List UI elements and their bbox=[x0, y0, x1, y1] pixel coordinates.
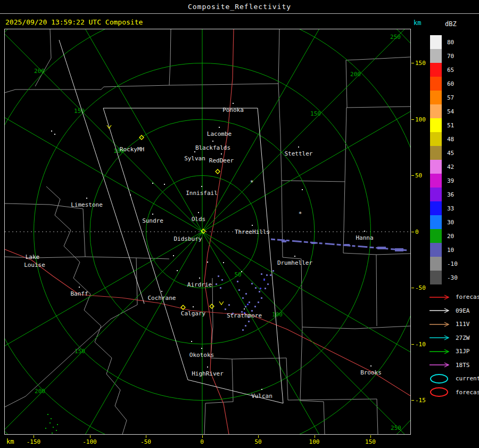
county-boundary-line bbox=[300, 327, 325, 434]
echo-blob bbox=[311, 242, 316, 244]
city-label: Banff bbox=[70, 290, 88, 297]
radar-canvas[interactable]: 10015020015020025050100250150200**Ponoka… bbox=[5, 29, 410, 434]
county-boundary-line bbox=[278, 84, 410, 182]
city-label: Innisfail bbox=[186, 190, 218, 197]
colorbar-value: 39 bbox=[447, 177, 454, 184]
legend-item: 27ZW bbox=[429, 331, 479, 345]
range-ring-label: 200 bbox=[34, 68, 45, 75]
echo-pixel bbox=[225, 308, 226, 310]
echo-pixel bbox=[261, 297, 262, 299]
axis-label: -100 bbox=[82, 438, 97, 445]
city-marker bbox=[207, 366, 208, 368]
legend-item: 31JP bbox=[429, 345, 479, 359]
echo-pixel bbox=[218, 275, 219, 277]
echo-pixel bbox=[45, 428, 46, 429]
city-label: Cochrane bbox=[148, 295, 176, 302]
colorbar-level-row: 36 bbox=[430, 188, 458, 201]
colorbar-level-row: 39 bbox=[430, 174, 458, 188]
echo-pixel bbox=[228, 304, 230, 306]
legend-item: 09EA bbox=[429, 304, 479, 318]
legend-label: forecast bbox=[456, 294, 479, 300]
legend: forecast09EA111V27ZW31JP18TScurrentforec… bbox=[429, 290, 479, 399]
track-arrow-icon bbox=[429, 321, 451, 328]
colorbar-level-row: -10 bbox=[430, 257, 458, 271]
colorbar-value: 54 bbox=[447, 108, 454, 115]
city-marker bbox=[212, 141, 213, 142]
echo-pixel bbox=[261, 273, 262, 275]
colorbar-swatch bbox=[430, 188, 442, 201]
range-ring-label: 100 bbox=[272, 311, 283, 318]
axis-tick bbox=[411, 344, 414, 345]
axis-tick bbox=[411, 63, 414, 63]
echo-pixel bbox=[245, 306, 246, 307]
axis-label: 0 bbox=[415, 228, 419, 235]
colorbar-swatch bbox=[430, 104, 442, 118]
city-marker bbox=[261, 389, 262, 390]
city-marker bbox=[201, 186, 202, 187]
city-marker bbox=[364, 231, 365, 232]
axis-tick bbox=[90, 435, 90, 438]
colorbar-swatch bbox=[430, 229, 442, 243]
point-marker bbox=[241, 271, 242, 272]
city-label: Okotoks bbox=[189, 352, 214, 359]
city-label: Brooks bbox=[360, 369, 382, 376]
colorbar-level-row: 65 bbox=[430, 63, 458, 77]
legend-item: 18TS bbox=[429, 359, 479, 372]
axis-tick bbox=[411, 119, 414, 120]
echo-pixel bbox=[266, 274, 268, 276]
city-label: Sundre bbox=[142, 217, 163, 224]
colorbar-swatch bbox=[430, 201, 442, 215]
echo-pixel bbox=[242, 297, 244, 299]
echo-pixel bbox=[260, 288, 261, 289]
echo-pixel bbox=[245, 325, 246, 327]
colorbar-swatch bbox=[430, 160, 442, 174]
track-arrow-icon bbox=[429, 335, 451, 341]
range-ring-label: 50 bbox=[234, 271, 241, 278]
cell-ellipse-icon bbox=[429, 387, 451, 397]
colorbar-level-row: 48 bbox=[430, 132, 458, 146]
legend-item: forecast bbox=[429, 290, 479, 304]
city-label: Didsbury bbox=[174, 235, 202, 242]
city-marker bbox=[252, 225, 253, 226]
colorbar-value: 57 bbox=[447, 94, 454, 101]
city-label: Lacombe bbox=[207, 131, 232, 137]
colorbar-swatch bbox=[430, 243, 442, 257]
sidebar: dBZ 80706560575451484542393633302010-10-… bbox=[426, 14, 479, 448]
city-label: Sylvan bbox=[184, 155, 205, 162]
legend-label: forecast bbox=[456, 389, 479, 396]
axis-label: -50 bbox=[415, 284, 426, 291]
echo-blob bbox=[282, 240, 286, 242]
axis-tick bbox=[258, 435, 259, 438]
county-boundary-line bbox=[46, 186, 127, 434]
echo-pixel bbox=[263, 279, 265, 281]
colorbar-swatch bbox=[430, 257, 442, 271]
colorbar-swatch bbox=[430, 174, 442, 188]
point-marker bbox=[207, 262, 208, 263]
echo-pixel bbox=[251, 310, 253, 312]
city-label: Airdrie bbox=[187, 281, 212, 288]
county-boundary-line bbox=[5, 203, 85, 258]
colorbar-value: 65 bbox=[447, 67, 454, 74]
city-marker bbox=[219, 127, 220, 128]
echo-pixel bbox=[245, 293, 247, 295]
legend-item: 111V bbox=[429, 317, 479, 331]
echo-pixel bbox=[220, 287, 221, 289]
colorbar-value: 80 bbox=[447, 39, 454, 46]
radar-site-icon bbox=[216, 169, 220, 174]
axis-tick bbox=[411, 175, 414, 176]
colorbar-value: 48 bbox=[447, 136, 454, 143]
track-arrow-icon bbox=[429, 307, 451, 314]
track-arrow-icon bbox=[429, 362, 451, 368]
city-marker bbox=[221, 153, 222, 154]
radar-site-icon bbox=[210, 304, 214, 308]
city-label: Olds bbox=[192, 216, 206, 223]
echo-pixel bbox=[248, 321, 250, 322]
axis-tick bbox=[370, 435, 371, 438]
legend-label: 09EA bbox=[456, 307, 470, 314]
axis-label: 150 bbox=[365, 438, 376, 445]
point-marker bbox=[164, 184, 165, 185]
colorbar-value: 45 bbox=[447, 150, 454, 157]
colorbar-level-row: 20 bbox=[430, 229, 458, 243]
echo-band bbox=[271, 239, 408, 250]
colorbar-level-row: 80 bbox=[430, 35, 458, 49]
